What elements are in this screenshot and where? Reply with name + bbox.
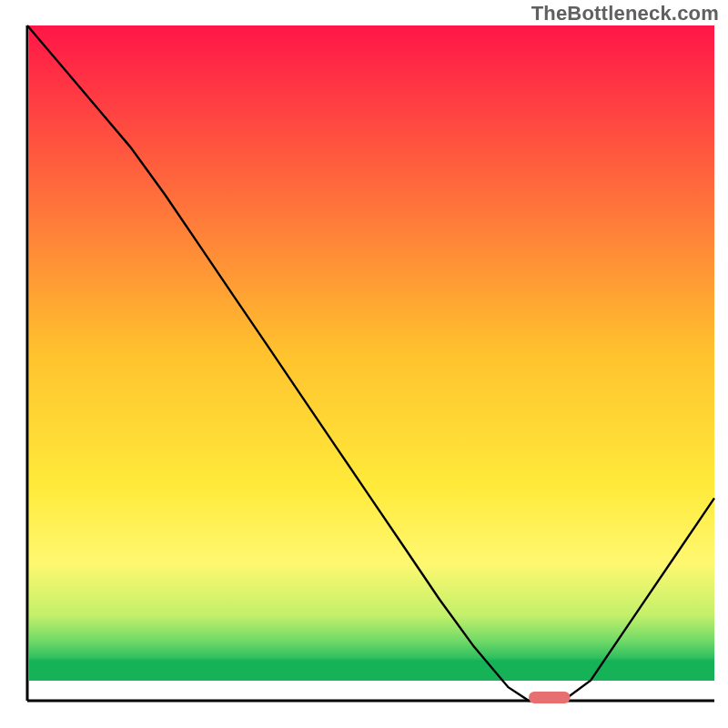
chart-stage: TheBottleneck.com [0, 0, 728, 728]
plot-gradient-background [29, 25, 714, 681]
bottleneck-chart [0, 0, 728, 728]
optimal-marker [529, 692, 570, 703]
